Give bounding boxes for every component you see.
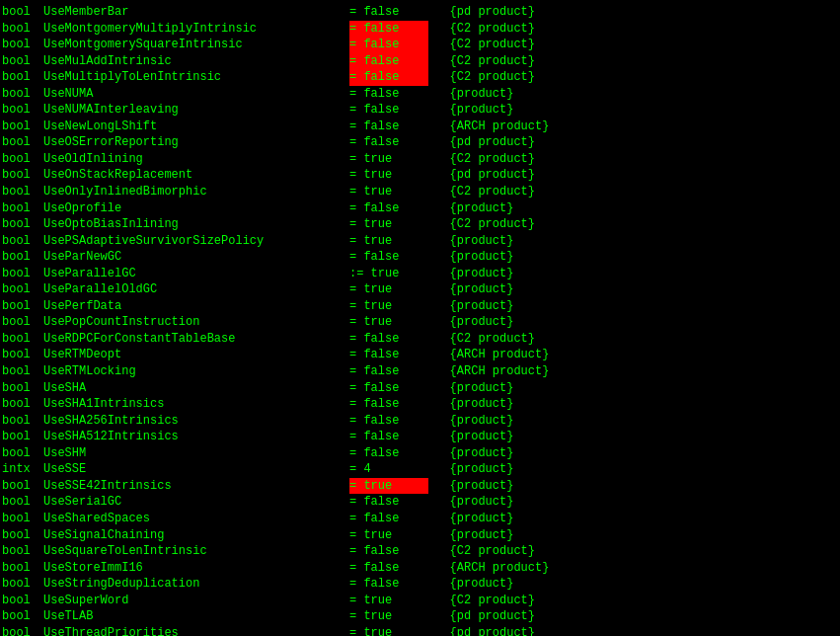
flag-product: {product} [450,281,514,298]
spacer [428,216,450,233]
table-row: bool UseRDPCForConstantTableBase= false … [2,331,838,348]
flag-name: UseMemberBar [43,4,349,21]
flag-product: {C2 product} [450,216,535,233]
flag-type: bool [2,331,43,348]
spacer [428,102,450,119]
flag-type: bool [2,380,43,397]
table-row: bool UseNUMA= false {product} [2,86,838,103]
flag-value: = true [349,281,428,298]
flag-product: {C2 product} [450,184,535,200]
flag-type: bool [2,37,43,53]
spacer [428,21,450,38]
table-row: bool UseNUMAInterleaving= false {product… [2,102,838,119]
table-row: bool UseOptoBiasInlining= true {C2 produ… [2,216,838,233]
flag-product: {product} [450,527,514,544]
table-row: bool UsePSAdaptiveSurvivorSizePolicy= tr… [2,233,838,250]
flag-name: UseSignalChaining [43,527,349,544]
flag-product: {C2 product} [450,331,535,348]
flag-value: = false [349,429,428,445]
spacer [428,396,450,413]
spacer [428,200,450,217]
table-row: bool UseOprofile= false {product} [2,200,838,217]
spacer [428,151,450,168]
table-row: bool UseParallelOldGC= true {product} [2,281,838,298]
flag-product: {pd product} [450,4,535,21]
flag-type: bool [2,347,43,363]
flag-name: UseSHA1Intrinsics [43,396,349,413]
flag-value: = true [349,167,428,184]
flag-value: = false [349,69,428,86]
flag-product: {product} [450,511,514,527]
flag-value: = true [349,527,428,544]
flag-value: = true [349,593,428,609]
flag-type: bool [2,151,43,168]
table-row: bool UseSHM= false {product} [2,445,838,462]
flag-product: {product} [450,478,514,495]
table-row: bool UseOldInlining= true {C2 product} [2,151,838,168]
flag-name: UseNUMAInterleaving [43,102,349,119]
flag-product: {product} [450,413,514,430]
flag-value: = true [349,298,428,315]
flag-name: UseSSE [43,461,349,478]
flag-product: {product} [450,249,514,266]
flag-name: UseOprofile [43,200,349,217]
flag-product: {product} [450,266,514,282]
flag-type: bool [2,314,43,331]
spacer [428,53,450,70]
flag-value: = true [349,478,428,495]
flag-type: bool [2,233,43,250]
terminal-window: bool UseMemberBar= false {pd product}boo… [0,0,840,636]
flag-name: UseOnlyInlinedBimorphic [43,184,349,200]
flag-value: = false [349,86,428,103]
flag-value: = true [349,151,428,168]
flag-product: {C2 product} [450,593,535,609]
table-row: bool UseSharedSpaces= false {product} [2,511,838,527]
flag-name: UseStringDeduplication [43,576,349,593]
flag-name: UseSSE42Intrinsics [43,478,349,495]
flag-name: UseMultiplyToLenIntrinsic [43,69,349,86]
flag-value: = 4 [349,461,428,478]
flag-name: UseParNewGC [43,249,349,266]
table-row: bool UseMultiplyToLenIntrinsic= false {C… [2,69,838,86]
flag-value: = true [349,233,428,250]
flag-name: UseNewLongLShift [43,119,349,135]
flag-type: bool [2,119,43,135]
table-row: bool UseSignalChaining= true {product} [2,527,838,544]
flag-value: = false [349,413,428,430]
flag-type: bool [2,625,43,636]
spacer [428,86,450,103]
flag-type: bool [2,200,43,217]
flag-value: = false [349,347,428,363]
flag-product: {C2 product} [450,151,535,168]
flag-type: bool [2,527,43,544]
flag-type: bool [2,413,43,430]
spacer [428,233,450,250]
flag-name: UsePerfData [43,298,349,315]
flag-value: = false [349,445,428,462]
flag-product: {product} [450,494,514,511]
flag-value: = false [349,511,428,527]
spacer [428,576,450,593]
flag-type: bool [2,593,43,609]
flag-name: UseStoreImmI16 [43,560,349,577]
flag-type: bool [2,494,43,511]
table-row: bool UsePerfData= true {product} [2,298,838,315]
flag-value: = false [349,380,428,397]
flag-value: = true [349,625,428,636]
table-row: bool UseOSErrorReporting= false {pd prod… [2,134,838,151]
flag-type: bool [2,543,43,560]
flag-name: UseOSErrorReporting [43,134,349,151]
flag-type: intx [2,461,43,478]
spacer [428,445,450,462]
flag-product: {pd product} [450,608,535,625]
flag-value: = false [349,134,428,151]
flag-type: bool [2,53,43,70]
flag-name: UseThreadPriorities [43,625,349,636]
spacer [428,266,450,282]
table-row: bool UseRTMLocking= false {ARCH product} [2,363,838,380]
flag-product: {product} [450,314,514,331]
table-row: bool UseSerialGC= false {product} [2,494,838,511]
table-row: bool UseOnStackReplacement= true {pd pro… [2,167,838,184]
spacer [428,363,450,380]
flag-name: UseNUMA [43,86,349,103]
